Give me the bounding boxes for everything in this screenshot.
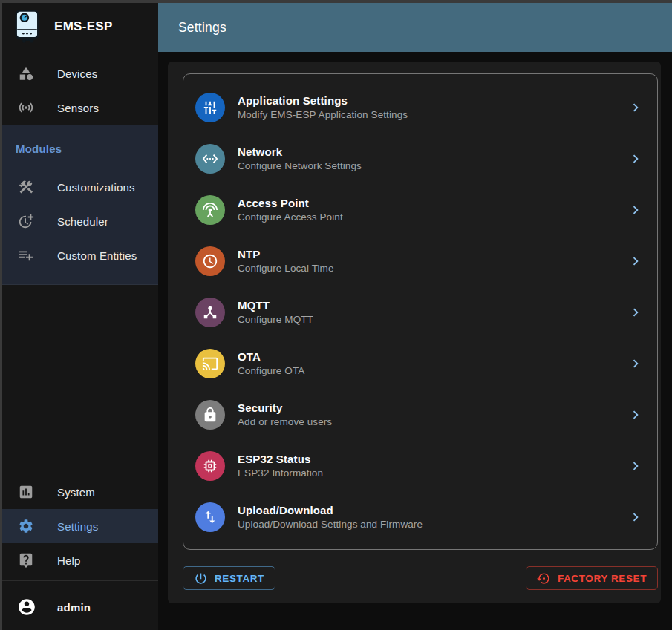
chevron-right-icon — [627, 202, 644, 218]
sidebar-item-label: Devices — [57, 68, 97, 80]
settings-item-network[interactable]: NetworkConfigure Network Settings — [183, 133, 657, 184]
main-area: Settings Application SettingsModify EMS-… — [158, 3, 672, 630]
sidebar-item-label: Customizations — [57, 181, 135, 194]
item-avatar — [195, 246, 225, 276]
item-avatar — [195, 400, 225, 430]
content-area: Application SettingsModify EMS-ESP Appli… — [158, 52, 672, 630]
chevron-right-icon — [627, 304, 644, 321]
sidebar-item-customizations[interactable]: Customizations — [2, 170, 158, 204]
settings-item-security[interactable]: SecurityAdd or remove users — [183, 389, 657, 440]
chevron-right-icon — [627, 355, 644, 372]
sidebar-item-custom-entities[interactable]: Custom Entities — [2, 238, 158, 272]
item-title: Network — [238, 145, 627, 158]
chevron-right-icon — [627, 407, 644, 423]
settings-panel: Application SettingsModify EMS-ESP Appli… — [168, 62, 661, 603]
user-label: admin — [57, 601, 91, 614]
sidebar-nav-modules: CustomizationsSchedulerCustom Entities — [2, 170, 158, 272]
item-subtitle: ESP32 Information — [238, 467, 627, 479]
item-title: ESP32 Status — [238, 453, 627, 465]
sidebar-item-label: Custom Entities — [57, 249, 137, 262]
category-icon — [18, 65, 34, 82]
power-icon — [194, 571, 208, 585]
sidebar-item-settings[interactable]: Settings — [2, 509, 158, 543]
settings-ethernet-icon — [202, 151, 218, 167]
construction-icon — [18, 179, 34, 195]
modules-section-header: Modules — [2, 142, 158, 157]
lock-icon — [202, 407, 218, 423]
chevron-right-icon — [627, 458, 644, 474]
item-subtitle: Configure Local Time — [238, 263, 627, 274]
sidebar-item-label: Sensors — [57, 102, 99, 114]
window-frame-left — [0, 0, 2, 630]
item-avatar — [195, 298, 225, 327]
chevron-right-icon — [627, 509, 644, 525]
chevron-right-icon — [627, 151, 644, 167]
restart-button-label: RESTART — [215, 573, 264, 584]
item-title: Upload/Download — [238, 504, 627, 516]
antenna-icon — [202, 202, 218, 218]
sidebar-modules-section: Modules CustomizationsSchedulerCustom En… — [2, 125, 158, 285]
help-icon — [18, 552, 34, 568]
settings-item-ntp[interactable]: NTPConfigure Local Time — [183, 235, 657, 286]
item-title: MQTT — [238, 299, 627, 312]
restart-button[interactable]: RESTART — [183, 566, 275, 590]
item-title: Security — [238, 401, 627, 414]
sidebar-nav-main: DevicesSensors — [2, 50, 158, 125]
sidebar-item-label: Scheduler — [57, 215, 108, 228]
memory-chip-icon — [202, 458, 218, 474]
sidebar-divider — [2, 580, 158, 581]
swap-vert-icon — [202, 509, 218, 525]
item-subtitle: Configure Network Settings — [238, 160, 627, 171]
item-subtitle: Upload/Download Settings and Firmware — [238, 519, 627, 530]
page-header: Settings — [158, 3, 672, 52]
restore-icon — [537, 571, 551, 585]
sidebar-spacer — [2, 285, 158, 475]
app-logo-row: EMS-ESP — [2, 3, 158, 50]
item-subtitle: Modify EMS-ESP Application Settings — [238, 109, 627, 120]
settings-list: Application SettingsModify EMS-ESP Appli… — [183, 82, 657, 542]
settings-list-card: Application SettingsModify EMS-ESP Appli… — [183, 73, 658, 550]
settings-item-access-point[interactable]: Access PointConfigure Access Point — [183, 184, 657, 235]
sidebar-item-devices[interactable]: Devices — [2, 56, 158, 91]
sidebar-item-system[interactable]: System — [2, 475, 158, 509]
settings-item-application-settings[interactable]: Application SettingsModify EMS-ESP Appli… — [183, 82, 657, 133]
sensors-icon — [18, 99, 34, 116]
settings-item-upload-download[interactable]: Upload/DownloadUpload/Download Settings … — [183, 491, 657, 542]
item-avatar — [195, 349, 225, 378]
more-time-icon — [18, 213, 34, 229]
chevron-right-icon — [627, 253, 644, 269]
emsesp-app-window: EMS-ESP DevicesSensors Modules Customiza… — [0, 0, 672, 630]
settings-item-esp32-status[interactable]: ESP32 StatusESP32 Information — [183, 440, 657, 491]
settings-item-mqtt[interactable]: MQTTConfigure MQTT — [183, 286, 657, 338]
actions-bar: RESTART FACTORY RESET — [183, 566, 658, 590]
sidebar: EMS-ESP DevicesSensors Modules Customiza… — [2, 3, 158, 630]
item-title: Application Settings — [238, 94, 627, 107]
tune-icon — [202, 99, 218, 116]
window-frame-top — [0, 0, 672, 3]
restore-icon — [537, 571, 551, 585]
account-circle-icon — [17, 597, 36, 617]
settings-item-ota[interactable]: OTAConfigure OTA — [183, 338, 657, 389]
bar-chart-icon — [18, 484, 34, 500]
item-avatar — [195, 144, 225, 174]
sidebar-item-help[interactable]: Help — [2, 543, 158, 577]
boiler-logo-icon — [14, 10, 42, 43]
playlist-add-icon — [18, 247, 34, 263]
item-avatar — [195, 502, 225, 532]
factory-reset-button-label: FACTORY RESET — [558, 573, 647, 584]
item-title: NTP — [238, 248, 627, 260]
factory-reset-button[interactable]: FACTORY RESET — [526, 566, 658, 590]
sidebar-item-admin[interactable]: admin — [2, 584, 158, 630]
gear-icon — [18, 518, 34, 534]
sidebar-item-scheduler[interactable]: Scheduler — [2, 204, 158, 238]
app-title: EMS-ESP — [54, 19, 113, 34]
sidebar-item-label: Settings — [57, 520, 98, 533]
cast-icon — [202, 355, 218, 372]
item-subtitle: Configure OTA — [238, 365, 627, 376]
account-circle-icon — [17, 597, 36, 617]
item-avatar — [195, 451, 225, 481]
device-hub-icon — [202, 304, 218, 321]
item-subtitle: Add or remove users — [238, 416, 627, 427]
sidebar-item-sensors[interactable]: Sensors — [2, 91, 158, 125]
sidebar-item-label: Help — [57, 554, 80, 567]
